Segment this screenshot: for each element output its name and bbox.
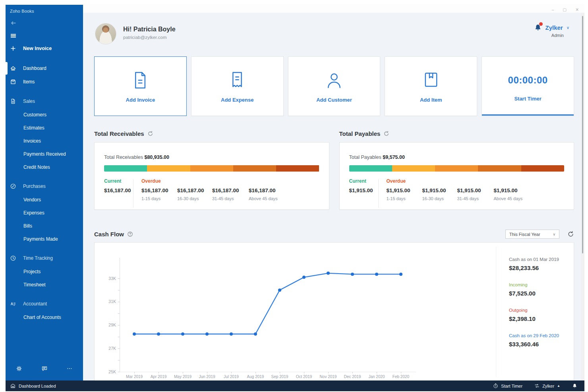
org-dropdown[interactable]: Zylker xyxy=(545,24,563,31)
sidebar-item-purchases[interactable]: Purchases xyxy=(6,180,83,193)
sidebar: Zoho BooksNew InvoiceDashboardItemsSales… xyxy=(6,5,83,380)
hamburger-button[interactable] xyxy=(10,33,17,39)
svg-text:Sep 2019: Sep 2019 xyxy=(271,375,288,379)
aging-bar-segment xyxy=(521,165,564,172)
aging-bar-segment xyxy=(147,165,190,172)
svg-text:Jan 2020: Jan 2020 xyxy=(368,375,385,379)
bell-icon[interactable] xyxy=(572,383,577,388)
clock-icon xyxy=(10,255,16,261)
back-arrow-button[interactable] xyxy=(10,20,17,26)
total-payables-section: Total PayablesTotal Payables $9,575.00Cu… xyxy=(339,130,574,210)
aging-row: Total ReceivablesTotal Receivables $80,9… xyxy=(94,130,574,210)
window-minimize-button[interactable]: – xyxy=(551,7,554,12)
svg-text:29K: 29K xyxy=(108,322,116,327)
main-content: Hi! Patricia Boyle patriciab@zylker.com … xyxy=(83,13,584,380)
panel-divider xyxy=(496,247,496,377)
document-icon xyxy=(10,98,16,104)
refresh-icon[interactable] xyxy=(147,131,153,137)
start-timer-label: Start Timer xyxy=(514,96,541,102)
aging-bar-segment xyxy=(276,165,319,172)
quick-actions-row: Add InvoiceAdd ExpenseAdd CustomerAdd It… xyxy=(94,56,574,116)
sidebar-item-sales[interactable]: Sales xyxy=(6,95,83,108)
sidebar-item-bills[interactable]: Bills xyxy=(6,219,83,232)
refresh-icon[interactable] xyxy=(383,131,389,137)
sidebar-item-expenses[interactable]: Expenses xyxy=(6,206,83,219)
timer-value: 00:00:00 xyxy=(508,71,548,89)
user-greeting: Hi! Patricia Boyle xyxy=(123,26,176,33)
aging-bar-segment xyxy=(435,165,478,172)
fiscal-year-dropdown[interactable]: This Fiscal Year ∨ xyxy=(505,230,559,239)
sidebar-item-credit-notes[interactable]: Credit Notes xyxy=(6,160,83,174)
hamburger-icon xyxy=(10,33,17,39)
sidebar-item-dashboard[interactable]: Dashboard xyxy=(6,62,83,75)
notifications-bell-icon[interactable] xyxy=(534,24,542,31)
refresh-icon[interactable] xyxy=(567,231,574,238)
svg-text:Mar 2019: Mar 2019 xyxy=(126,375,143,379)
payables-aging-bar xyxy=(349,165,565,172)
status-bar: Dashboard Loaded Start Timer Zylker ▲ xyxy=(6,380,584,391)
overdue-column: $1,915.00Above 45 days xyxy=(494,178,523,201)
app-window: – ▢ ✕ Zoho BooksNew InvoiceDashboardItem… xyxy=(6,4,584,391)
sidebar-item-accountant[interactable]: Accountant xyxy=(6,297,83,311)
expense-card-icon xyxy=(227,70,248,91)
add-expense-card[interactable]: Add Expense xyxy=(191,56,284,116)
overdue-column: Overdue$1,915.001-15 days xyxy=(387,178,410,201)
overdue-column: $1,915.0016-30 days xyxy=(422,178,446,201)
sidebar-item-invoices[interactable]: Invoices xyxy=(6,134,83,147)
sidebar-item-payments-made[interactable]: Payments Made xyxy=(6,232,83,245)
item-card-icon xyxy=(421,70,441,91)
aging-bar-segment xyxy=(233,165,276,172)
basket-icon xyxy=(10,183,16,189)
help-icon xyxy=(127,231,133,237)
aging-bar-segment xyxy=(478,165,521,172)
overdue-column: $1,915.0031-45 days xyxy=(457,178,481,201)
aging-bar-segment xyxy=(104,165,147,172)
overdue-column: $16,187.0016-30 days xyxy=(177,178,204,201)
svg-text:Oct 2019: Oct 2019 xyxy=(296,375,312,379)
aging-bar-segment xyxy=(349,165,392,172)
svg-text:Jun 2019: Jun 2019 xyxy=(199,375,215,379)
user-avatar[interactable] xyxy=(95,23,116,44)
sidebar-item-payments-received[interactable]: Payments Received xyxy=(6,147,83,160)
statusbar-start-timer[interactable]: Start Timer xyxy=(493,383,522,388)
add-invoice-card[interactable]: Add Invoice xyxy=(94,56,187,116)
window-titlebar: – ▢ ✕ xyxy=(83,4,584,13)
sidebar-item-chart-of-accounts[interactable]: Chart of Accounts xyxy=(6,311,83,324)
svg-text:Nov 2019: Nov 2019 xyxy=(320,375,337,379)
more-icon[interactable] xyxy=(66,365,73,372)
window-close-button[interactable]: ✕ xyxy=(575,7,579,12)
window-maximize-button[interactable]: ▢ xyxy=(563,7,567,12)
sidebar-item-vendors[interactable]: Vendors xyxy=(6,193,83,206)
cashflow-summary-panel: Cash as on 01 Mar 2019$28,233.56Incoming… xyxy=(509,257,584,359)
cashflow-chart: 25K27K29K31K33KMar 2019Apr 2019May 2019J… xyxy=(95,251,496,380)
vertical-scrollbar[interactable] xyxy=(581,13,584,380)
current-column: Current$16,187.00 xyxy=(104,178,131,193)
statusbar-org-switcher[interactable]: Zylker ▲ xyxy=(534,383,560,388)
sidebar-item-estimates[interactable]: Estimates xyxy=(6,121,83,134)
svg-text:Dec 2019: Dec 2019 xyxy=(344,375,361,379)
scrollbar-thumb[interactable] xyxy=(582,16,583,253)
aging-bar-segment xyxy=(190,165,233,172)
svg-text:27K: 27K xyxy=(108,346,116,351)
user-role: Admin xyxy=(534,33,569,38)
sidebar-item-time-tracking[interactable]: Time Tracking xyxy=(6,251,83,265)
gear-icon[interactable] xyxy=(16,365,22,372)
sidebar-item-customers[interactable]: Customers xyxy=(6,108,83,121)
sidebar-item-timesheet[interactable]: Timesheet xyxy=(6,278,83,291)
account-menu: Zylker ∨ Admin xyxy=(534,24,569,38)
payables-card: Total Payables $9,575.00Current$1,915.00… xyxy=(339,142,574,210)
user-email: patriciab@zylker.com xyxy=(123,35,166,40)
chevron-down-icon[interactable]: ∨ xyxy=(567,25,569,30)
receivables-title: Total Receivables xyxy=(94,130,144,137)
start-timer-card[interactable]: 00:00:00Start Timer xyxy=(482,56,574,116)
sidebar-item-projects[interactable]: Projects xyxy=(6,265,83,278)
new-invoice-button[interactable]: New Invoice xyxy=(10,45,83,52)
add-item-card[interactable]: Add Item xyxy=(385,56,477,116)
feedback-icon[interactable] xyxy=(41,365,48,372)
notification-badge xyxy=(539,22,543,26)
sidebar-item-items[interactable]: Items xyxy=(6,75,83,89)
back-arrow-icon xyxy=(10,20,17,26)
overdue-column: $16,187.0031-45 days xyxy=(212,178,239,201)
cashflow-summary-item: Cash as on 29 Feb 2020$33,360.46 xyxy=(509,333,584,348)
add-customer-card[interactable]: Add Customer xyxy=(288,56,381,116)
